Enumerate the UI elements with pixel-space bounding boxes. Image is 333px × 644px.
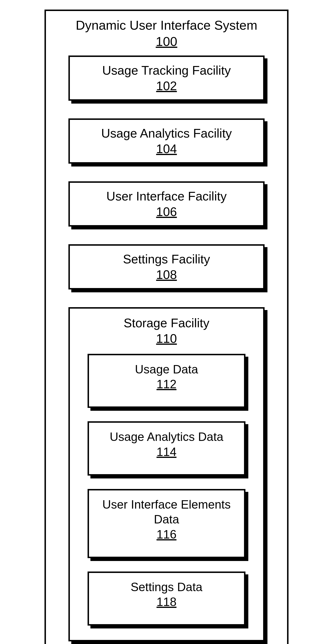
facility-ref: 104 — [77, 142, 256, 156]
facility-box: Usage Tracking Facility 102 — [68, 56, 264, 101]
data-box: Settings Data 118 — [88, 572, 246, 626]
data-ref: 116 — [98, 528, 234, 541]
facility-title: Settings Facility — [77, 252, 256, 267]
facility-ref: 102 — [77, 79, 256, 93]
data-title: Settings Data — [98, 580, 234, 595]
data-box: User Interface Elements Data 116 — [88, 489, 246, 558]
storage-title: Storage Facility — [80, 315, 254, 331]
facility-title: User Interface Facility — [77, 188, 256, 204]
facility-ref: 106 — [77, 204, 256, 219]
system-box: Dynamic User Interface System 100 Usage … — [44, 10, 288, 644]
data-box: Usage Analytics Data 114 — [88, 421, 246, 476]
facility-box: Settings Facility 108 — [68, 244, 264, 290]
system-ref: 100 — [56, 34, 278, 49]
data-title: Usage Data — [98, 362, 234, 377]
data-ref: 114 — [98, 445, 234, 459]
data-ref: 112 — [98, 377, 234, 391]
data-title: User Interface Elements Data — [98, 497, 234, 527]
facility-box: Usage Analytics Facility 104 — [68, 118, 264, 164]
data-title: Usage Analytics Data — [98, 430, 234, 444]
facility-box: User Interface Facility 106 — [68, 181, 264, 226]
storage-box: Storage Facility 110 Usage Data 112 Usag… — [68, 307, 264, 642]
storage-ref: 110 — [80, 331, 254, 346]
facility-title: Usage Tracking Facility — [77, 63, 256, 78]
facility-title: Usage Analytics Facility — [77, 126, 256, 141]
data-box: Usage Data 112 — [88, 354, 246, 408]
data-ref: 118 — [98, 595, 234, 609]
facility-ref: 108 — [77, 268, 256, 282]
system-title: Dynamic User Interface System — [56, 17, 278, 34]
